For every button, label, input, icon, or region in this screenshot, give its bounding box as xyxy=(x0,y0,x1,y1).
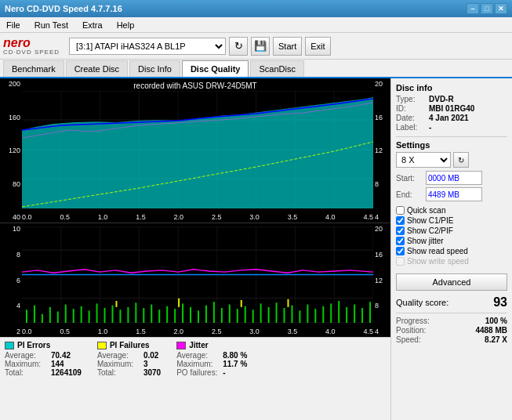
tab-benchmark[interactable]: Benchmark xyxy=(3,60,64,77)
tab-scan-disc[interactable]: ScanDisc xyxy=(250,60,303,77)
svg-rect-66 xyxy=(314,309,316,323)
svg-rect-69 xyxy=(338,301,340,323)
show-c1-pie-checkbox[interactable] xyxy=(396,216,405,225)
menu-help[interactable]: Help xyxy=(114,20,138,31)
disc-type-label: Type: xyxy=(396,95,429,103)
x-axis-top: 0.0 0.5 1.0 1.5 2.0 2.5 3.0 3.5 4.0 4.5 xyxy=(22,213,373,221)
jitter-label: Jitter xyxy=(189,341,208,349)
svg-rect-38 xyxy=(96,303,98,323)
svg-rect-54 xyxy=(221,308,223,323)
menu-extra[interactable]: Extra xyxy=(79,20,106,31)
close-button[interactable]: ✕ xyxy=(495,3,507,14)
y-axis-left-bottom: 10 8 6 4 2 xyxy=(0,223,22,337)
title-bar: Nero CD-DVD Speed 4.7.7.16 – □ ✕ xyxy=(0,0,512,17)
quality-score-row: Quality score: 93 xyxy=(396,295,507,310)
legend-area: PI Errors Average: 70.42 Maximum: 144 To… xyxy=(0,337,390,389)
menu-bar: File Run Test Extra Help xyxy=(0,17,512,33)
tab-disc-info[interactable]: Disc Info xyxy=(129,60,180,77)
svg-rect-62 xyxy=(284,308,285,323)
advanced-button[interactable]: Advanced xyxy=(396,273,507,291)
settings-title: Settings xyxy=(396,140,507,150)
svg-rect-65 xyxy=(307,305,308,323)
position-value: 4488 MB xyxy=(475,326,507,335)
pi-errors-max: 144 xyxy=(51,360,64,368)
refresh-button[interactable]: ↻ xyxy=(229,37,248,56)
title-bar-controls: – □ ✕ xyxy=(467,3,507,14)
svg-rect-63 xyxy=(291,306,292,323)
speed-label: Speed: xyxy=(396,335,421,344)
svg-rect-77 xyxy=(287,299,289,307)
start-input[interactable] xyxy=(426,171,482,185)
jitter-color xyxy=(176,342,186,349)
drive-select-area: [3:1] ATAPI iHAS324 A BL1P xyxy=(69,38,226,55)
svg-rect-34 xyxy=(65,305,67,323)
svg-rect-53 xyxy=(213,302,215,323)
pi-errors-label: PI Errors xyxy=(17,341,50,349)
right-panel: Disc info Type: DVD-R ID: MBI 01RG40 Dat… xyxy=(390,78,512,420)
drive-combo[interactable]: [3:1] ATAPI iHAS324 A BL1P xyxy=(69,38,226,55)
svg-rect-71 xyxy=(354,305,355,323)
pi-failures-label: PI Failures xyxy=(110,341,150,349)
menu-file[interactable]: File xyxy=(3,20,24,31)
y-axis-right-top: 20 16 12 8 4 xyxy=(373,78,390,223)
chart-bottom-svg xyxy=(22,226,373,323)
svg-rect-51 xyxy=(198,310,199,323)
disc-type-value: DVD-R xyxy=(429,95,454,103)
svg-rect-58 xyxy=(252,310,254,323)
svg-rect-75 xyxy=(178,299,180,307)
chart-top: recorded with ASUS DRW-24D5MT 200 160 12… xyxy=(0,78,390,223)
legend-pi-failures: PI Failures Average: 0.02 Maximum: 3 Tot… xyxy=(97,341,161,386)
menu-run-test[interactable]: Run Test xyxy=(31,20,71,31)
speed-select[interactable]: 4 X8 X12 X16 X xyxy=(396,152,451,168)
nero-subtitle: CD·DVD SPEED xyxy=(3,49,60,56)
speed-refresh-button[interactable]: ↻ xyxy=(453,152,469,168)
exit-button[interactable]: Exit xyxy=(305,37,330,56)
x-axis-bottom: 0.0 0.5 1.0 1.5 2.0 2.5 3.0 3.5 4.0 4.5 xyxy=(22,328,373,335)
start-button[interactable]: Start xyxy=(273,37,302,56)
show-read-speed-checkbox[interactable] xyxy=(396,247,405,255)
checkbox-quick-scan: Quick scan xyxy=(396,206,507,215)
disc-date-value: 4 Jan 2021 xyxy=(429,114,469,122)
svg-rect-29 xyxy=(26,310,27,323)
svg-rect-33 xyxy=(57,311,59,323)
svg-rect-49 xyxy=(182,303,183,323)
svg-rect-31 xyxy=(42,314,43,323)
svg-rect-56 xyxy=(237,309,238,323)
jitter-max: 11.7 % xyxy=(223,360,247,368)
svg-rect-68 xyxy=(330,303,332,323)
svg-rect-46 xyxy=(158,310,160,323)
show-jitter-checkbox[interactable] xyxy=(396,237,405,245)
minimize-button[interactable]: – xyxy=(467,3,479,14)
pi-errors-avg: 70.42 xyxy=(51,351,71,360)
checkbox-c2-pif: Show C2/PIF xyxy=(396,226,507,235)
save-button[interactable]: 💾 xyxy=(251,37,270,56)
svg-rect-57 xyxy=(245,306,246,323)
svg-rect-67 xyxy=(322,306,324,323)
svg-rect-73 xyxy=(369,302,371,323)
speed-value: 8.27 X xyxy=(485,335,507,344)
svg-rect-74 xyxy=(115,301,117,307)
maximize-button[interactable]: □ xyxy=(481,3,493,14)
toolbar: nero CD·DVD SPEED [3:1] ATAPI iHAS324 A … xyxy=(0,33,512,60)
progress-section: Progress: 100 % Position: 4488 MB Speed:… xyxy=(396,317,507,344)
svg-rect-60 xyxy=(268,307,270,323)
tab-disc-quality[interactable]: Disc Quality xyxy=(182,60,249,77)
svg-rect-61 xyxy=(276,302,278,323)
svg-rect-35 xyxy=(73,309,74,323)
pi-failures-avg: 0.02 xyxy=(143,351,158,360)
pi-errors-color xyxy=(5,342,14,349)
svg-rect-48 xyxy=(174,309,176,323)
svg-rect-52 xyxy=(205,306,207,323)
svg-rect-47 xyxy=(166,306,168,323)
checkbox-write-speed: Show write speed xyxy=(396,257,507,266)
tab-create-disc[interactable]: Create Disc xyxy=(66,60,128,77)
charts-container: recorded with ASUS DRW-24D5MT 200 160 12… xyxy=(0,78,390,420)
end-input[interactable] xyxy=(426,187,482,201)
y-axis-left-top: 200 160 120 80 40 xyxy=(0,78,22,223)
position-label: Position: xyxy=(396,326,426,335)
show-c2-pif-checkbox[interactable] xyxy=(396,226,405,235)
quality-score-value: 93 xyxy=(493,295,507,310)
pi-failures-max: 3 xyxy=(143,360,148,368)
svg-rect-39 xyxy=(104,308,106,323)
quick-scan-checkbox[interactable] xyxy=(396,206,405,215)
